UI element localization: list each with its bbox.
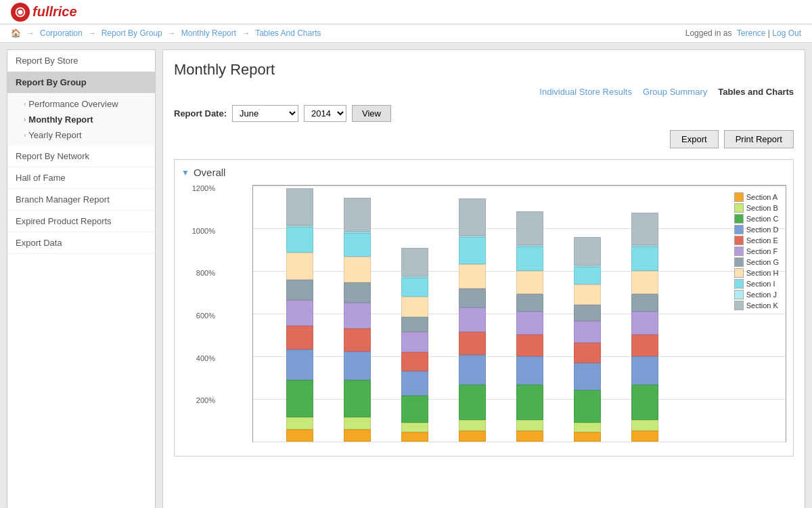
breadcrumb-monthly-report[interactable]: Monthly Report [181, 28, 236, 38]
breadcrumb-tables-and-charts[interactable]: Tables And Charts [255, 28, 321, 38]
legend-label: Section C [746, 215, 779, 223]
link-individual-store-results[interactable]: Individual Store Results [539, 87, 632, 97]
sidebar-item-report-by-store[interactable]: Report By Store [7, 50, 155, 72]
breadcrumb-corporation[interactable]: Corporation [40, 28, 83, 38]
bar-segment [516, 335, 543, 356]
month-select[interactable]: JanuaryFebruaryMarchAprilMayJuneJulyAugu… [232, 105, 298, 122]
bar-segment [516, 271, 543, 294]
sidebar-item-report-by-network[interactable]: Report By Network [7, 146, 155, 167]
bar-segment [459, 431, 486, 442]
sidebar-submenu-performance-overview[interactable]: › Performance Overview [7, 96, 155, 112]
breadcrumb-report-by-group[interactable]: Report By Group [102, 28, 162, 38]
logged-in-text: Logged in as [685, 28, 732, 38]
bar-segment [516, 312, 543, 335]
bar-segment [459, 198, 486, 236]
bar-segment [574, 237, 601, 266]
export-button[interactable]: Export [670, 130, 719, 148]
sidebar-submenu: › Performance Overview › Monthly Report … [7, 93, 155, 146]
sidebar-item-report-by-group[interactable]: Report By Group [7, 72, 155, 93]
content-area: Monthly Report Individual Store Results … [162, 49, 805, 508]
sidebar-item-expired-product-reports[interactable]: Expired Product Reports [7, 211, 155, 232]
legend-item: Section D [734, 225, 779, 234]
report-controls: Report Date: JanuaryFebruaryMarchAprilMa… [174, 105, 794, 122]
view-button[interactable]: View [352, 105, 391, 122]
legend-item: Section J [734, 290, 779, 299]
legend-color-box [734, 236, 744, 245]
bar-segment [401, 396, 428, 423]
bar-group [514, 211, 546, 442]
bar-segment [286, 350, 313, 380]
legend-color-box [734, 279, 744, 289]
bar-segment [401, 432, 428, 442]
bar-segment [286, 417, 313, 429]
page-title: Monthly Report [174, 61, 794, 79]
legend-item: Section I [734, 279, 779, 289]
legend-item: Section F [734, 247, 779, 256]
logo-text: fullrice [32, 4, 77, 20]
bar-segment [459, 264, 486, 289]
home-icon[interactable]: 🏠 [11, 28, 21, 38]
legend-color-box [734, 192, 744, 202]
report-date-label: Report Date: [174, 108, 227, 119]
bar-segment [631, 431, 658, 442]
bar-segment [344, 233, 371, 257]
legend-item: Section G [734, 257, 779, 267]
bar-segment [344, 417, 371, 429]
breadcrumb-bar: 🏠 → Corporation → Report By Group → Mont… [0, 24, 812, 43]
sidebar-submenu-monthly-report[interactable]: › Monthly Report [7, 112, 155, 127]
bar-segment [401, 248, 428, 276]
legend-color-box [734, 214, 744, 224]
print-report-button[interactable]: Print Report [724, 130, 794, 148]
bar-segment [286, 280, 313, 300]
sidebar-item-export-data[interactable]: Export Data [7, 232, 155, 254]
auth-section: Logged in as Terence | Log Out [685, 28, 801, 38]
bar-segment [574, 343, 601, 363]
bar-segment [459, 355, 486, 385]
y-axis-label: 400% [181, 355, 215, 362]
link-tables-and-charts[interactable]: Tables and Charts [718, 87, 794, 97]
legend-label: Section J [746, 291, 777, 299]
bar-segment [631, 335, 658, 356]
legend-color-box [734, 268, 744, 278]
bar-segment [344, 282, 371, 303]
toggle-arrow-icon[interactable]: ▼ [181, 168, 189, 177]
bar-segment [574, 284, 601, 305]
sidebar: Report By Store Report By Group › Perfor… [7, 49, 156, 508]
legend-label: Section B [746, 204, 778, 212]
bar-group [341, 198, 374, 442]
link-group-summary[interactable]: Group Summary [643, 87, 707, 97]
bar-segment [574, 267, 601, 284]
bar-segment [631, 356, 658, 385]
legend-label: Section I [746, 280, 775, 288]
sidebar-item-branch-manager-report[interactable]: Branch Manager Report [7, 189, 155, 211]
bar-segment [631, 294, 658, 312]
chart-area: Section ASection BSection CSection DSect… [252, 185, 786, 442]
legend-color-box [734, 225, 744, 234]
main-layout: Report By Store Report By Group › Perfor… [0, 43, 812, 508]
bar-segment [574, 432, 601, 442]
chart-legend: Section ASection BSection CSection DSect… [734, 192, 779, 310]
sidebar-submenu-label-performance: Performance Overview [28, 99, 118, 109]
sidebar-item-hall-of-fame[interactable]: Hall of Fame [7, 167, 155, 189]
chart-wrapper: 1200%1000%800%600%400%200% Section ASect… [181, 185, 786, 449]
legend-label: Section K [746, 301, 778, 310]
bar-segment [631, 312, 658, 335]
legend-color-box [734, 290, 744, 299]
bar-segment [574, 321, 601, 343]
report-links: Individual Store Results Group Summary T… [174, 87, 794, 97]
bar-segment [516, 420, 543, 431]
bar-segment [344, 303, 371, 329]
breadcrumb-separator-2: → [168, 28, 176, 38]
bar-segment [286, 429, 313, 442]
bar-segment [459, 420, 486, 431]
sidebar-submenu-yearly-report[interactable]: › Yearly Report [7, 127, 155, 143]
username-link[interactable]: Terence [737, 28, 766, 38]
bar-segment [286, 380, 313, 417]
logo-icon [11, 3, 30, 22]
y-axis-label: 600% [181, 312, 215, 320]
logout-link[interactable]: Log Out [772, 28, 801, 38]
logo: fullrice [11, 3, 77, 22]
year-select[interactable]: 2012201320142015 [304, 105, 346, 122]
bar-segment [516, 385, 543, 420]
bar-segment [631, 247, 658, 271]
